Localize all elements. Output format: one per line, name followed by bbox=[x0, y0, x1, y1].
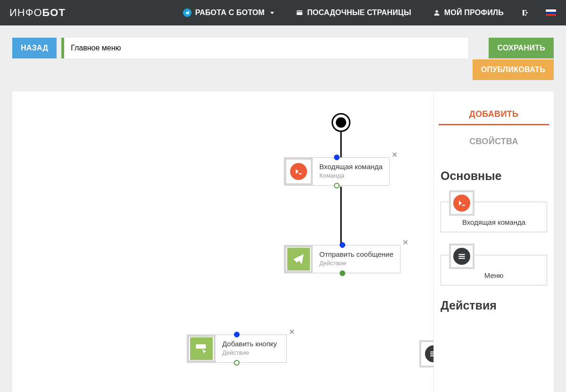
telegram-icon bbox=[183, 8, 191, 17]
terminal-icon bbox=[453, 195, 470, 212]
toolbar: НАЗАД СОХРАНИТЬ ОПУБЛИКОВАТЬ bbox=[0, 25, 566, 80]
brand-logo[interactable]: ИНФОБОТ bbox=[9, 7, 66, 19]
back-button[interactable]: НАЗАД bbox=[12, 38, 57, 58]
title-input[interactable] bbox=[64, 38, 467, 58]
save-button[interactable]: СОХРАНИТЬ bbox=[489, 38, 554, 58]
landing-icon bbox=[296, 9, 303, 16]
nav-logout[interactable] bbox=[517, 0, 534, 25]
node-subtitle: Действие bbox=[222, 349, 280, 356]
node-icon-cell bbox=[187, 335, 216, 362]
flag-ru-icon[interactable] bbox=[545, 9, 557, 16]
tab-properties[interactable]: СВОЙСТВА bbox=[434, 132, 554, 151]
node-subtitle: Действие bbox=[319, 260, 393, 267]
close-icon[interactable]: ✕ bbox=[402, 238, 408, 247]
node-port-in[interactable] bbox=[234, 332, 240, 337]
nav-bot-dropdown[interactable]: РАБОТА С БОТОМ bbox=[175, 0, 283, 25]
node-port-in[interactable] bbox=[340, 242, 345, 248]
svg-rect-8 bbox=[458, 256, 465, 257]
node-title: Добавить кнопку bbox=[222, 340, 280, 348]
right-sidebar: ДОБАВИТЬ СВОЙСТВА Основные Входящая кома… bbox=[433, 91, 554, 392]
svg-rect-5 bbox=[430, 353, 433, 354]
node-icon-cell bbox=[284, 245, 313, 273]
node-port-in[interactable] bbox=[334, 155, 340, 160]
brand-thin: ИНФО bbox=[9, 7, 42, 18]
send-icon bbox=[287, 248, 310, 270]
node-icon-cell bbox=[284, 158, 313, 185]
nav-profile-label: МОЙ ПРОФИЛЬ bbox=[444, 8, 504, 17]
flow-canvas[interactable]: Входящая команда Команда ✕ Отправить соо… bbox=[12, 91, 433, 392]
node-title: Отправить сообщение bbox=[319, 250, 393, 258]
menu-icon bbox=[425, 345, 433, 362]
palette-menu[interactable]: Меню bbox=[441, 255, 547, 286]
nav-landing[interactable]: ПОСАДОЧНЫЕ СТРАНИЦЫ bbox=[287, 0, 420, 25]
menu-icon bbox=[453, 248, 470, 265]
section-main-title: Основные bbox=[441, 169, 550, 183]
close-icon[interactable]: ✕ bbox=[391, 150, 398, 159]
terminal-icon bbox=[290, 163, 307, 180]
node-subtitle: Команда bbox=[319, 172, 383, 179]
brand-bold: БОТ bbox=[42, 7, 66, 18]
start-node[interactable] bbox=[332, 113, 350, 132]
palette-icon-box bbox=[449, 244, 474, 269]
start-node-dot bbox=[336, 117, 346, 128]
node-port-out[interactable] bbox=[334, 183, 340, 188]
logout-icon bbox=[522, 9, 529, 16]
svg-rect-9 bbox=[458, 258, 465, 259]
palette-icon-box bbox=[449, 190, 474, 216]
close-icon[interactable]: ✕ bbox=[289, 327, 295, 336]
node-add-button[interactable]: Добавить кнопку Действие ✕ bbox=[187, 335, 287, 363]
svg-point-0 bbox=[435, 10, 438, 13]
nav-bot-label: РАБОТА С БОТОМ bbox=[195, 8, 265, 17]
publish-button[interactable]: ОПУБЛИКОВАТЬ bbox=[473, 59, 554, 80]
svg-rect-3 bbox=[196, 344, 206, 349]
title-wrap bbox=[61, 38, 467, 58]
svg-rect-4 bbox=[430, 351, 433, 352]
nav-profile[interactable]: МОЙ ПРОФИЛЬ bbox=[424, 0, 512, 25]
node-send-message[interactable]: Отправить сообщение Действие ✕ bbox=[284, 245, 400, 273]
node-title: Входящая команда bbox=[319, 163, 383, 171]
node-incoming-command[interactable]: Входящая команда Команда ✕ bbox=[284, 157, 390, 186]
svg-rect-7 bbox=[458, 254, 465, 255]
nav-landing-label: ПОСАДОЧНЫЕ СТРАНИЦЫ bbox=[307, 8, 411, 17]
node-peek[interactable] bbox=[419, 340, 433, 368]
section-actions-title: Действия bbox=[441, 299, 550, 312]
person-icon bbox=[433, 9, 441, 16]
top-navbar: ИНФОБОТ РАБОТА С БОТОМ ПОСАДОЧНЫЕ СТРАНИ… bbox=[0, 0, 566, 25]
node-port-out[interactable] bbox=[234, 360, 240, 366]
tab-add[interactable]: ДОБАВИТЬ bbox=[439, 105, 549, 125]
chevron-down-icon bbox=[270, 12, 274, 14]
button-cursor-icon bbox=[190, 337, 213, 360]
node-port-out[interactable] bbox=[340, 270, 345, 276]
workspace: Входящая команда Команда ✕ Отправить соо… bbox=[12, 91, 554, 392]
palette-incoming-command[interactable]: Входящая команда bbox=[441, 202, 547, 232]
svg-rect-6 bbox=[430, 355, 433, 356]
